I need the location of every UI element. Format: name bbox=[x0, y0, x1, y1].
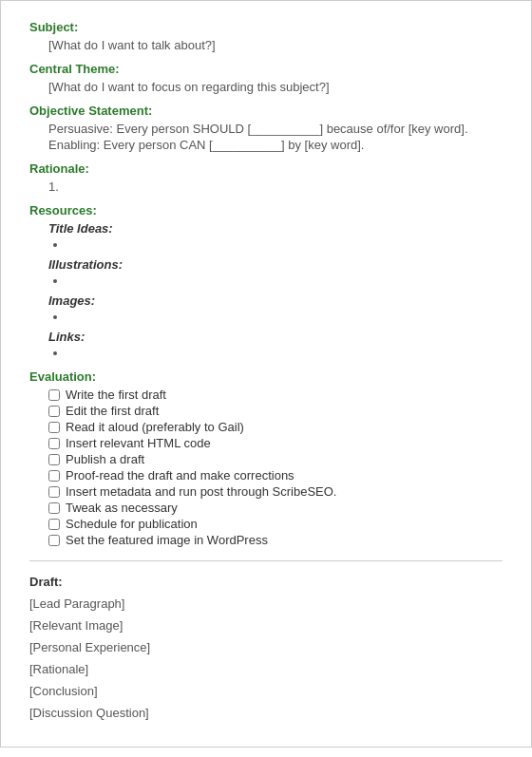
illustrations-item bbox=[67, 274, 503, 288]
checklist-checkbox[interactable] bbox=[48, 470, 60, 482]
checklist-item: Write the first draft bbox=[48, 388, 503, 402]
images-list bbox=[48, 310, 503, 324]
rationale-label: Rationale: bbox=[29, 161, 503, 176]
checklist-checkbox[interactable] bbox=[48, 406, 60, 417]
illustrations-label: Illustrations: bbox=[48, 257, 503, 272]
checklist-item: Insert metadata and run post through Scr… bbox=[48, 484, 503, 499]
checklist-checkbox[interactable] bbox=[48, 389, 60, 401]
evaluation-label: Evaluation: bbox=[29, 369, 503, 384]
page-container: Subject: [What do I want to talk about?]… bbox=[0, 0, 532, 748]
draft-item: [Lead Paragraph] bbox=[29, 596, 503, 611]
checklist-label: Edit the first draft bbox=[66, 404, 159, 418]
illustrations-list bbox=[48, 274, 503, 288]
checklist-checkbox[interactable] bbox=[48, 422, 60, 433]
title-ideas-label: Title Ideas: bbox=[48, 221, 503, 236]
subject-label: Subject: bbox=[29, 20, 503, 34]
links-label: Links: bbox=[48, 330, 503, 344]
checklist-item: Tweak as necessary bbox=[48, 501, 503, 515]
checklist-label: Tweak as necessary bbox=[66, 501, 178, 515]
checklist-item: Publish a draft bbox=[48, 452, 503, 466]
checklist-checkbox[interactable] bbox=[48, 519, 60, 530]
draft-item: [Conclusion] bbox=[29, 684, 503, 698]
checklist-checkbox[interactable] bbox=[48, 486, 60, 498]
images-item bbox=[67, 310, 503, 324]
checklist-checkbox[interactable] bbox=[48, 502, 60, 514]
checklist-item: Schedule for publication bbox=[48, 517, 503, 531]
images-subsection: Images: bbox=[29, 293, 503, 324]
draft-item: [Rationale] bbox=[29, 662, 503, 676]
checklist-label: Set the featured image in WordPress bbox=[66, 533, 268, 547]
evaluation-section: Evaluation: Write the first draftEdit th… bbox=[29, 369, 503, 547]
subject-section: Subject: [What do I want to talk about?] bbox=[29, 20, 503, 52]
checklist-label: Insert relevant HTML code bbox=[66, 436, 211, 450]
checklist-checkbox[interactable] bbox=[48, 535, 60, 546]
checklist-label: Proof-read the draft and make correction… bbox=[66, 468, 294, 483]
links-list bbox=[48, 346, 503, 360]
checklist-label: Read it aloud (preferably to Gail) bbox=[66, 420, 244, 434]
objective-label: Objective Statement: bbox=[29, 104, 503, 118]
resources-section: Resources: Title Ideas: Illustrations: I… bbox=[29, 203, 503, 360]
draft-items-container: [Lead Paragraph][Relevant Image][Persona… bbox=[29, 596, 503, 720]
central-theme-placeholder: [What do I want to focus on regarding th… bbox=[29, 80, 503, 94]
draft-item: [Personal Experience] bbox=[29, 640, 503, 654]
central-theme-label: Central Theme: bbox=[29, 62, 503, 76]
evaluation-checklist: Write the first draftEdit the first draf… bbox=[29, 388, 503, 547]
draft-label: Draft: bbox=[29, 575, 503, 589]
rationale-section: Rationale: 1. bbox=[29, 161, 503, 194]
draft-section: Draft: [Lead Paragraph][Relevant Image][… bbox=[29, 575, 503, 720]
checklist-item: Set the featured image in WordPress bbox=[48, 533, 503, 547]
checklist-item: Proof-read the draft and make correction… bbox=[48, 468, 503, 483]
title-ideas-subsection: Title Ideas: bbox=[29, 221, 503, 252]
draft-item: [Discussion Question] bbox=[29, 706, 503, 720]
title-ideas-list bbox=[48, 237, 503, 252]
images-label: Images: bbox=[48, 293, 503, 308]
checklist-label: Write the first draft bbox=[66, 388, 166, 402]
section-divider bbox=[29, 560, 503, 561]
rationale-item-1: 1. bbox=[29, 180, 503, 194]
checklist-label: Schedule for publication bbox=[66, 517, 198, 531]
title-ideas-item bbox=[67, 237, 503, 252]
central-theme-section: Central Theme: [What do I want to focus … bbox=[29, 62, 503, 94]
checklist-item: Read it aloud (preferably to Gail) bbox=[48, 420, 503, 434]
objective-enabling: Enabling: Every person CAN [__________] … bbox=[29, 138, 503, 152]
links-item bbox=[67, 346, 503, 360]
subject-placeholder: [What do I want to talk about?] bbox=[29, 38, 503, 52]
checklist-item: Insert relevant HTML code bbox=[48, 436, 503, 450]
resources-label: Resources: bbox=[29, 203, 503, 218]
objective-persuasive: Persuasive: Every person SHOULD [_______… bbox=[29, 122, 503, 136]
draft-item: [Relevant Image] bbox=[29, 618, 503, 633]
checklist-checkbox[interactable] bbox=[48, 438, 60, 449]
checklist-label: Publish a draft bbox=[66, 452, 144, 466]
checklist-label: Insert metadata and run post through Scr… bbox=[66, 484, 336, 499]
objective-section: Objective Statement: Persuasive: Every p… bbox=[29, 104, 503, 152]
checklist-checkbox[interactable] bbox=[48, 454, 60, 465]
links-subsection: Links: bbox=[29, 330, 503, 360]
checklist-item: Edit the first draft bbox=[48, 404, 503, 418]
illustrations-subsection: Illustrations: bbox=[29, 257, 503, 288]
